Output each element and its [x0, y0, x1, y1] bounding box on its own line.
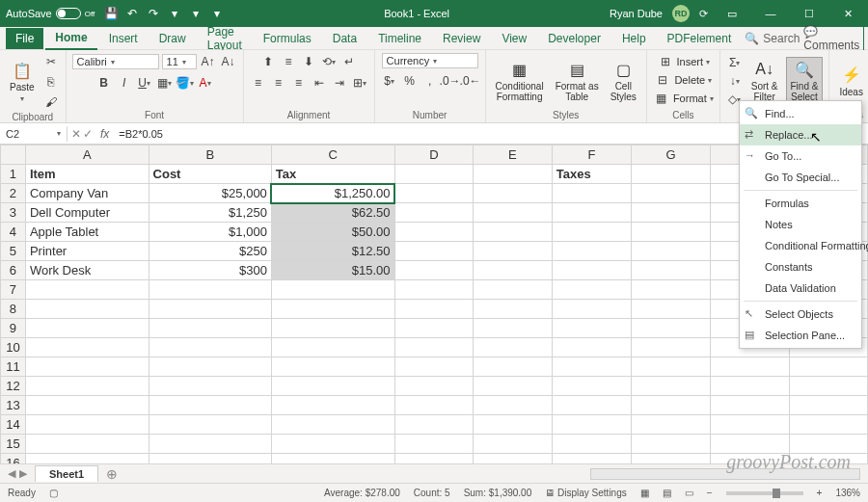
bold-icon[interactable]: B — [95, 74, 113, 92]
cell[interactable] — [149, 435, 271, 454]
cell[interactable] — [552, 435, 632, 454]
cell[interactable] — [149, 338, 271, 357]
cell[interactable] — [474, 242, 553, 261]
cell[interactable] — [394, 454, 474, 464]
search-label[interactable]: Search — [763, 32, 800, 45]
percent-icon[interactable]: % — [401, 72, 419, 90]
sync-icon[interactable]: ⟳ — [699, 8, 708, 20]
cell[interactable] — [25, 319, 149, 338]
tab-data[interactable]: Data — [323, 28, 366, 49]
cell[interactable] — [394, 396, 474, 415]
cell[interactable] — [149, 319, 271, 338]
cell[interactable] — [632, 300, 711, 319]
row-header[interactable]: 1 — [1, 165, 26, 184]
font-size-select[interactable]: 11▾ — [162, 54, 197, 69]
cell[interactable] — [552, 454, 632, 464]
cell[interactable]: Item — [25, 165, 149, 184]
save-icon[interactable]: 💾 — [104, 7, 118, 20]
minimize-icon[interactable]: — — [756, 8, 785, 19]
cell[interactable] — [149, 280, 271, 300]
cell[interactable] — [271, 396, 394, 415]
ribbon-options-icon[interactable]: ▭ — [718, 8, 746, 20]
row-header[interactable]: 8 — [1, 300, 26, 319]
row-header[interactable]: 4 — [1, 223, 26, 242]
align-right-icon[interactable]: ≡ — [290, 74, 308, 92]
decrease-font-icon[interactable]: A↓ — [220, 53, 237, 70]
comments-button[interactable]: 💬 Comments — [803, 25, 859, 52]
comma-icon[interactable]: , — [421, 72, 439, 90]
sort-filter-button[interactable]: A↓Sort & Filter — [747, 58, 782, 104]
format-as-table-button[interactable]: ▤Format as Table — [552, 58, 603, 104]
menu-goto-special[interactable]: Go To Special... — [740, 167, 861, 188]
row-header[interactable]: 10 — [1, 338, 26, 357]
cell[interactable]: $15.00 — [271, 261, 394, 280]
cell[interactable] — [271, 435, 394, 454]
row-header[interactable]: 14 — [1, 415, 26, 435]
cell[interactable]: Cost — [149, 165, 271, 184]
cell[interactable] — [474, 415, 553, 435]
menu-find[interactable]: 🔍Find... — [740, 103, 861, 124]
tab-timeline[interactable]: Timeline — [368, 28, 431, 49]
cell[interactable] — [25, 280, 149, 300]
cell[interactable] — [394, 203, 474, 223]
column-header[interactable]: E — [474, 145, 553, 165]
cell[interactable] — [271, 338, 394, 357]
tab-formulas[interactable]: Formulas — [254, 28, 321, 49]
number-format-select[interactable]: Currency▾ — [382, 53, 478, 68]
row-header[interactable]: 3 — [1, 203, 26, 223]
cell[interactable]: Tax — [271, 165, 394, 184]
fx-icon[interactable]: fx — [96, 127, 113, 141]
cell[interactable] — [474, 338, 553, 357]
cell[interactable] — [271, 357, 394, 377]
cell[interactable] — [271, 415, 394, 435]
cell[interactable] — [789, 357, 867, 377]
cell[interactable]: $1,000 — [149, 223, 271, 242]
insert-cells-button[interactable]: ⊞Insert▾ — [657, 53, 711, 70]
cell[interactable] — [632, 280, 711, 300]
cell[interactable]: $300 — [149, 261, 271, 280]
cell[interactable] — [394, 319, 474, 338]
sheet-nav-next-icon[interactable]: ▶ — [19, 467, 27, 480]
cell[interactable] — [632, 184, 711, 203]
maximize-icon[interactable]: ☐ — [795, 8, 824, 20]
align-middle-icon[interactable]: ≡ — [280, 53, 297, 70]
conditional-formatting-button[interactable]: ▦Conditional Formatting — [492, 58, 548, 104]
cell[interactable]: $250 — [149, 242, 271, 261]
cell[interactable]: Work Desk — [25, 261, 149, 280]
tab-file[interactable]: File — [6, 28, 43, 49]
cell[interactable]: Apple Tablet — [25, 223, 149, 242]
tab-review[interactable]: Review — [433, 28, 490, 49]
format-painter-icon[interactable]: 🖌 — [42, 93, 60, 111]
cell[interactable] — [632, 319, 711, 338]
cell[interactable]: $1,250.00 — [271, 184, 394, 203]
cell[interactable] — [552, 280, 632, 300]
align-left-icon[interactable]: ≡ — [250, 74, 267, 92]
cell[interactable] — [394, 280, 474, 300]
cell[interactable] — [474, 261, 553, 280]
fill-color-icon[interactable]: 🪣▾ — [176, 74, 194, 92]
tab-home[interactable]: Home — [45, 27, 96, 50]
spreadsheet-grid[interactable]: ABCDEFGHI1ItemCostTaxTaxes2Company Van$2… — [0, 145, 868, 463]
decrease-decimal-icon[interactable]: .0← — [462, 72, 479, 90]
cell[interactable] — [789, 396, 867, 415]
row-header[interactable]: 7 — [1, 280, 26, 300]
cell[interactable] — [271, 280, 394, 300]
undo-icon[interactable]: ↶ — [125, 7, 139, 20]
cell[interactable] — [632, 203, 711, 223]
cell[interactable] — [394, 357, 474, 377]
wrap-text-icon[interactable]: ↵ — [340, 53, 358, 70]
cell[interactable] — [149, 300, 271, 319]
cell[interactable] — [474, 454, 553, 464]
border-icon[interactable]: ▦▾ — [156, 74, 174, 92]
menu-replace[interactable]: ⇄Replace... — [740, 124, 861, 145]
underline-icon[interactable]: U▾ — [136, 74, 153, 92]
row-header[interactable]: 13 — [1, 396, 26, 415]
cell[interactable] — [394, 223, 474, 242]
cell[interactable] — [632, 415, 711, 435]
cell[interactable] — [632, 357, 711, 377]
cell[interactable] — [632, 223, 711, 242]
cell[interactable] — [710, 377, 789, 396]
cell[interactable] — [632, 242, 711, 261]
cell[interactable] — [474, 319, 553, 338]
column-header[interactable]: B — [149, 145, 271, 165]
